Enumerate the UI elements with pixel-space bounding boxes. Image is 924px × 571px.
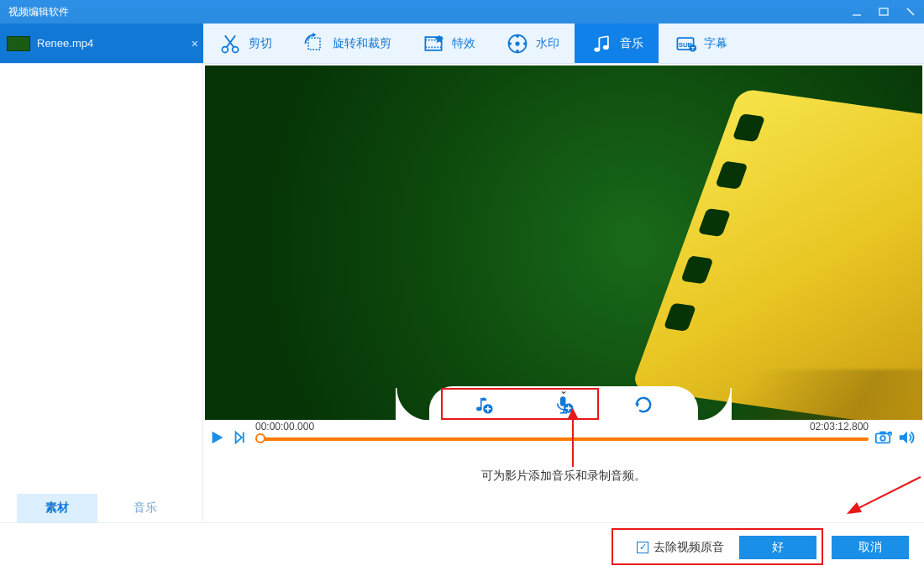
svg-point-16 [523,42,527,45]
window-title: 视频编辑软件 [8,5,69,19]
toolbar-rotate-crop[interactable]: 旋转和裁剪 [287,24,407,63]
sidebar-tab-materials-label: 素材 [45,500,69,516]
play-button[interactable] [208,428,227,450]
time-start: 00:00:00.000 [255,421,314,432]
info-area: 可为影片添加音乐和录制音频。 [203,458,924,522]
file-tab[interactable]: Renee.mp4 [0,36,186,51]
svg-line-6 [227,35,236,47]
svg-point-17 [516,50,519,53]
timeline-track[interactable]: 00:00:00.000 02:03:12.800 [255,431,869,448]
svg-point-44 [880,436,885,441]
titlebar: 视频编辑软件 [0,0,924,24]
toolbar-music-label: 音乐 [620,36,643,51]
toolbar-watermark-label: 水印 [536,36,559,51]
svg-rect-1 [879,8,888,15]
toolbar-watermark[interactable]: 水印 [491,24,575,63]
ok-button-label: 好 [772,540,784,555]
playhead[interactable] [255,433,265,443]
bottom-bar: ✓ 去除视频原音 好 取消 [0,522,924,571]
toolbar-music[interactable]: 音乐 [575,24,659,63]
add-music-button[interactable] [473,394,495,419]
file-tab-header: Renee.mp4 × [0,24,203,63]
volume-button[interactable] [897,428,916,450]
file-thumb-icon [7,36,30,51]
svg-line-51 [853,477,921,511]
svg-marker-41 [236,432,242,443]
svg-marker-40 [213,432,223,444]
cancel-button-label: 取消 [858,540,882,555]
sidebar: 素材 音乐 [0,64,203,522]
window-close[interactable] [897,0,924,24]
time-end: 02:03:12.800 [810,421,869,432]
sidebar-tab-music[interactable]: 音乐 [106,494,186,522]
toolbar-subtitle[interactable]: SUBT 字幕 [659,24,743,63]
svg-text:T: T [691,45,695,50]
window-maximize[interactable] [870,0,897,24]
annotation-text: 可为影片添加音乐和录制音频。 [481,469,646,484]
svg-text:+: + [889,432,891,437]
svg-rect-45 [879,432,885,435]
window-minimize[interactable] [843,0,870,24]
content-area: ⌄ 当前滑块所在的时间将作为新音轨的开始时间。 [203,64,924,522]
record-audio-button[interactable] [553,394,575,419]
svg-rect-33 [560,396,566,406]
svg-line-7 [225,35,234,47]
svg-line-3 [907,8,914,15]
cancel-button[interactable]: 取消 [832,536,909,559]
sidebar-tab-music-label: 音乐 [134,500,157,516]
svg-rect-8 [308,38,320,50]
toolbar-cut-label: 剪切 [249,36,272,51]
svg-marker-12 [435,34,444,43]
timeline: 00:00:00.000 02:03:12.800 + [203,420,924,458]
toolbar-cut[interactable]: 剪切 [203,24,287,63]
svg-rect-43 [876,433,890,443]
toolbar-effects-label: 特效 [452,36,475,51]
toolbar: Renee.mp4 × 剪切 旋转和裁剪 特效 水印 音乐 SUBT 字幕 [0,24,924,64]
svg-line-23 [599,36,608,38]
step-forward-button[interactable] [232,428,250,450]
remove-original-audio-checkbox[interactable]: ✓ 去除视频原音 [637,540,724,555]
svg-point-14 [515,41,519,45]
svg-point-18 [509,42,512,45]
toolbar-effects[interactable]: 特效 [407,24,491,63]
action-bump: ⌄ [429,386,698,420]
svg-marker-52 [847,502,862,514]
toolbar-rotate-crop-label: 旋转和裁剪 [333,36,391,51]
sidebar-tab-materials[interactable]: 素材 [17,494,97,522]
toolbar-subtitle-label: 字幕 [704,36,727,51]
video-frame [205,65,922,420]
checkbox-icon: ✓ [637,542,648,553]
file-name: Renee.mp4 [37,37,93,50]
svg-marker-39 [635,403,639,407]
refresh-button[interactable] [633,394,654,419]
svg-rect-29 [480,398,482,409]
file-close-icon[interactable]: × [186,37,203,50]
remove-original-audio-label: 去除视频原音 [654,540,724,555]
svg-marker-48 [900,432,907,444]
annotation-arrow-ok [828,470,924,524]
ok-button[interactable]: 好 [739,536,816,559]
svg-point-15 [516,34,519,38]
sidebar-body [0,64,202,494]
video-preview[interactable]: ⌄ [205,65,922,420]
snapshot-button[interactable]: + [874,428,892,450]
